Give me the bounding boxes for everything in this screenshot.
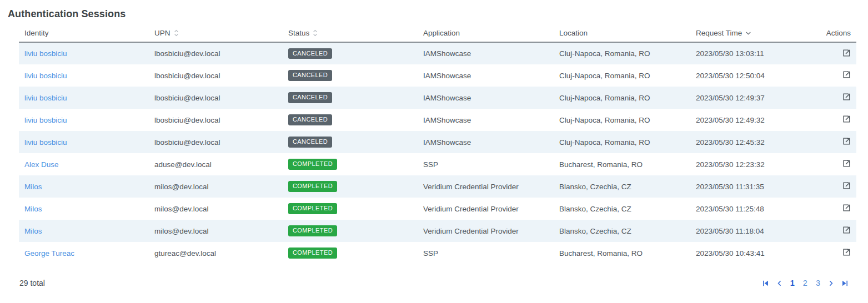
column-header-application: Application	[418, 25, 554, 42]
session-row: Alex Duse aduse@dev.local COMPLETED SSP …	[19, 153, 856, 175]
application-value: IAMShowcase	[423, 116, 471, 124]
request-time-cell: 2023/05/30 10:43:41	[690, 242, 801, 264]
session-row: liviu bosbiciu lbosbiciu@dev.local CANCE…	[19, 64, 856, 87]
session-row: liviu bosbiciu lbosbiciu@dev.local CANCE…	[19, 109, 856, 131]
application-cell: Veridium Credential Provider	[418, 175, 554, 198]
identity-link[interactable]: liviu bosbiciu	[24, 49, 67, 58]
column-header-label: Request Time	[696, 29, 742, 37]
column-header-label: Actions	[826, 29, 851, 37]
page-button-1[interactable]: 1	[788, 277, 797, 289]
actions-cell	[801, 87, 856, 109]
upn-cell: lbosbiciu@dev.local	[149, 87, 283, 109]
sort-both-icon	[313, 29, 318, 37]
session-row: liviu bosbiciu lbosbiciu@dev.local CANCE…	[19, 42, 856, 64]
last-page-button[interactable]	[840, 279, 850, 288]
column-header-upn[interactable]: UPN	[149, 25, 283, 42]
application-cell: IAMShowcase	[418, 87, 554, 109]
request-time-cell: 2023/05/30 12:49:32	[690, 109, 801, 131]
status-cell: CANCELED	[283, 131, 418, 153]
open-session-button[interactable]	[842, 137, 851, 146]
sessions-table-container: Identity UPN Status	[19, 25, 856, 264]
next-page-button[interactable]	[826, 279, 836, 288]
identity-link[interactable]: Alex Duse	[24, 160, 59, 169]
identity-link[interactable]: Milos	[24, 227, 42, 235]
column-header-actions: Actions	[801, 25, 856, 42]
identity-link[interactable]: liviu bosbiciu	[24, 72, 67, 80]
location-value: Blansko, Czechia, CZ	[559, 227, 631, 235]
upn-cell: lbosbiciu@dev.local	[149, 42, 283, 64]
status-badge: CANCELED	[288, 70, 332, 80]
open-session-button[interactable]	[842, 114, 851, 124]
open-session-icon	[842, 161, 851, 170]
column-header-label: UPN	[154, 29, 170, 37]
location-value: Cluj-Napoca, Romania, RO	[559, 72, 650, 80]
status-cell: CANCELED	[283, 42, 418, 64]
identity-link[interactable]: George Tureac	[24, 249, 74, 257]
application-cell: IAMShowcase	[418, 42, 554, 64]
location-value: Cluj-Napoca, Romania, RO	[559, 49, 650, 58]
upn-value: lbosbiciu@dev.local	[154, 49, 220, 58]
identity-link[interactable]: Milos	[24, 205, 42, 213]
open-session-button[interactable]	[842, 159, 851, 168]
page-button-3[interactable]: 3	[814, 277, 822, 289]
status-cell: CANCELED	[283, 87, 418, 109]
previous-page-button[interactable]	[775, 279, 784, 288]
location-cell: Cluj-Napoca, Romania, RO	[554, 109, 690, 131]
location-cell: Bucharest, Romania, RO	[554, 242, 690, 264]
open-session-button[interactable]	[842, 181, 851, 190]
location-value: Bucharest, Romania, RO	[559, 249, 643, 257]
page-button-2[interactable]: 2	[801, 277, 810, 289]
session-row: liviu bosbiciu lbosbiciu@dev.local CANCE…	[19, 87, 856, 109]
location-cell: Cluj-Napoca, Romania, RO	[554, 87, 690, 109]
open-session-button[interactable]	[842, 225, 851, 235]
open-session-button[interactable]	[842, 248, 851, 257]
location-cell: Blansko, Czechia, CZ	[554, 220, 690, 242]
identity-link[interactable]: liviu bosbiciu	[24, 138, 67, 147]
status-badge: COMPLETED	[288, 203, 337, 214]
open-session-button[interactable]	[842, 92, 851, 102]
open-session-button[interactable]	[842, 203, 851, 213]
application-cell: SSP	[418, 153, 554, 175]
application-value: SSP	[423, 160, 438, 169]
sort-both-icon	[174, 29, 179, 37]
open-session-icon	[842, 73, 851, 81]
identity-link[interactable]: liviu bosbiciu	[24, 116, 67, 124]
actions-cell	[801, 220, 856, 242]
request-time-value: 2023/05/30 12:49:32	[696, 116, 765, 124]
identity-cell: Milos	[19, 220, 149, 242]
column-header-label: Application	[423, 29, 460, 37]
upn-value: lbosbiciu@dev.local	[154, 72, 220, 80]
upn-value: milos@dev.local	[154, 183, 209, 191]
status-badge: COMPLETED	[288, 181, 337, 191]
request-time-cell: 2023/05/30 11:18:04	[690, 220, 801, 242]
first-page-button[interactable]	[760, 279, 771, 288]
open-session-button[interactable]	[842, 70, 851, 79]
upn-cell: milos@dev.local	[149, 220, 283, 242]
identity-link[interactable]: Milos	[24, 183, 42, 191]
page-title: Authentication Sessions	[8, 8, 868, 20]
open-session-button[interactable]	[842, 48, 851, 58]
request-time-cell: 2023/05/30 12:45:32	[690, 131, 801, 153]
identity-cell: liviu bosbiciu	[19, 131, 149, 153]
status-badge: CANCELED	[288, 114, 332, 125]
upn-cell: aduse@dev.local	[149, 153, 283, 175]
identity-link[interactable]: liviu bosbiciu	[24, 94, 67, 102]
status-cell: CANCELED	[283, 109, 418, 131]
upn-cell: milos@dev.local	[149, 175, 283, 198]
session-row: Milos milos@dev.local COMPLETED Veridium…	[19, 198, 856, 220]
column-header-request-time[interactable]: Request Time	[690, 25, 801, 42]
status-cell: COMPLETED	[283, 220, 418, 242]
status-cell: COMPLETED	[283, 153, 418, 175]
location-value: Blansko, Czechia, CZ	[559, 183, 631, 191]
table-footer: 29 total 1 2 3	[19, 277, 850, 289]
open-session-icon	[842, 95, 851, 103]
column-header-status[interactable]: Status	[283, 25, 418, 42]
request-time-value: 2023/05/30 12:45:32	[696, 138, 765, 147]
chevron-left-icon	[776, 280, 782, 289]
location-value: Cluj-Napoca, Romania, RO	[559, 138, 650, 147]
upn-cell: milos@dev.local	[149, 198, 283, 220]
upn-value: gtureac@dev.local	[154, 249, 216, 257]
request-time-value: 2023/05/30 12:49:37	[696, 94, 765, 102]
application-cell: IAMShowcase	[418, 109, 554, 131]
upn-value: milos@dev.local	[154, 205, 209, 213]
